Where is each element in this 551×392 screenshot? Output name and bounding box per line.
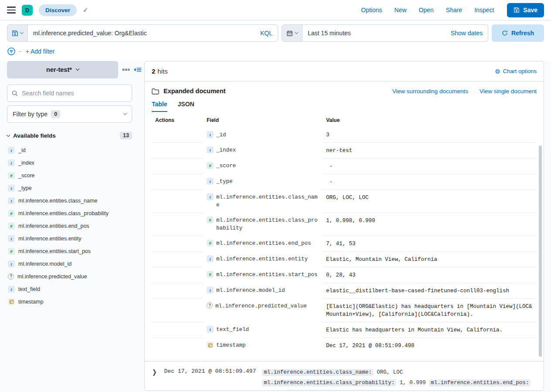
filter-menu-icon[interactable]	[7, 47, 16, 56]
menu-icon[interactable]	[7, 7, 16, 14]
row-field-value: Elastic, Mountain View, California	[323, 252, 537, 267]
saved-query-menu-button[interactable]	[7, 25, 28, 41]
row-actions-cell[interactable]	[152, 322, 203, 338]
sidebar-field-item[interactable]: timestamp	[7, 295, 142, 308]
chart-options-button[interactable]: ⚙ Chart options	[495, 68, 537, 74]
sidebar-field-item[interactable]: tml.inference.entities.class_name	[7, 194, 142, 207]
fields-sidebar: ner-test* Filter by type 0 Available fie…	[7, 61, 142, 392]
sidebar-field-item[interactable]: tml.inference.entities.entity	[7, 232, 142, 245]
filter-by-type-select[interactable]: Filter by type 0	[7, 105, 132, 123]
column-header-actions: Actions	[152, 113, 203, 127]
string-field-icon: t	[8, 260, 15, 267]
query-language-button[interactable]: KQL	[255, 30, 278, 37]
nav-new[interactable]: New	[395, 7, 407, 14]
source-field-badge: ml.inference.entities.end_pos:	[429, 379, 531, 386]
nav-share[interactable]: Share	[446, 7, 462, 14]
expand-document-chevron[interactable]: ❯	[150, 367, 159, 391]
field-name: ml.inference.entities.class_name	[18, 198, 97, 204]
nav-open[interactable]: Open	[419, 7, 434, 14]
breadcrumb-discover[interactable]: Discover	[39, 4, 77, 16]
sidebar-field-item[interactable]: #ml.inference.entities.class_probability	[7, 207, 142, 220]
sidebar-field-item[interactable]: t_index	[7, 156, 142, 169]
column-header-field: Field	[203, 113, 323, 127]
document-field-row: ttext_fieldElastic has headquarters in M…	[152, 322, 537, 338]
field-name: timestamp	[18, 299, 44, 305]
sidebar-field-item[interactable]: #_score	[7, 169, 142, 182]
view-surrounding-documents-link[interactable]: View surrounding documents	[392, 88, 468, 95]
row-field-cell: #ml.inference.entities.end_pos	[203, 236, 323, 251]
sidebar-field-item[interactable]: t_type	[7, 182, 142, 194]
number-field-icon: #	[207, 216, 214, 223]
row-actions-cell[interactable]	[152, 174, 203, 190]
search-icon	[12, 90, 18, 97]
row-field-name: ml.inference.entities.entity	[216, 255, 319, 263]
row-field-name: _index	[216, 146, 319, 154]
document-timestamp[interactable]: Dec 17, 2021 @ 08:51:09.497	[164, 367, 256, 391]
tab-table[interactable]: Table	[152, 101, 167, 112]
gear-icon: ⚙	[495, 68, 500, 74]
show-dates-button[interactable]: Show dates	[446, 30, 488, 37]
row-field-value: -	[323, 159, 537, 174]
sidebar-field-item[interactable]: #ml.inference.entities.start_pos	[7, 245, 142, 257]
date-quick-menu-button[interactable]	[282, 25, 303, 41]
row-field-cell: tml.inference.model_id	[203, 283, 323, 298]
filter-dash: –	[18, 48, 21, 54]
row-field-value: Elastic has headquarters in Mountain Vie…	[323, 322, 537, 338]
space-avatar[interactable]: D	[22, 5, 33, 16]
row-field-cell: #ml.inference.entities.start_pos	[203, 267, 323, 283]
string-field-icon: t	[207, 326, 214, 333]
sidebar-field-item[interactable]: t_id	[7, 144, 142, 156]
nav-inspect[interactable]: Inspect	[474, 7, 494, 14]
row-field-name: ml.inference.predicted_value	[215, 302, 318, 310]
sidebar-field-item[interactable]: tml.inference.model_id	[7, 257, 142, 270]
sidebar-field-item[interactable]: ?ml.inference.predicted_value	[7, 270, 142, 283]
row-actions-cell[interactable]	[152, 159, 203, 174]
row-actions-cell[interactable]	[152, 338, 203, 354]
number-field-icon: #	[8, 223, 15, 230]
time-range-value[interactable]: Last 15 minutes	[303, 30, 446, 37]
sidebar-field-item[interactable]: #ml.inference.entities.end_pos	[7, 220, 142, 232]
row-actions-cell[interactable]	[152, 267, 203, 283]
content-area: ner-test* Filter by type 0 Available fie…	[0, 61, 551, 392]
row-actions-cell[interactable]	[152, 283, 203, 299]
tab-json[interactable]: JSON	[178, 101, 194, 112]
available-fields-count: 13	[120, 132, 132, 139]
add-filter-button[interactable]: + Add filter	[26, 48, 55, 55]
field-name: _score	[18, 172, 35, 179]
available-fields-header[interactable]: Available fields 13	[7, 132, 132, 139]
sidebar-field-item[interactable]: ttext_field	[7, 283, 142, 295]
row-actions-cell[interactable]	[152, 213, 203, 236]
chevron-down-icon	[123, 112, 127, 115]
string-field-icon: t	[8, 147, 15, 154]
chevron-down-icon	[76, 67, 79, 71]
row-field-value: -	[323, 174, 537, 190]
row-actions-cell[interactable]	[152, 299, 203, 322]
row-field-name: _id	[216, 131, 319, 139]
nav-options[interactable]: Options	[361, 7, 382, 14]
document-source-summary[interactable]: ml.inference.entities.class_name: ORG, L…	[262, 367, 537, 391]
view-single-document-link[interactable]: View single document	[480, 88, 537, 95]
folder-icon	[152, 88, 159, 95]
row-actions-cell[interactable]	[152, 143, 203, 159]
search-query-input[interactable]	[28, 30, 255, 37]
row-actions-cell[interactable]	[152, 236, 203, 252]
index-pattern-switcher[interactable]: ner-test*	[7, 61, 118, 78]
row-actions-cell[interactable]	[152, 252, 203, 267]
vertical-scrollbar[interactable]	[539, 145, 542, 357]
source-field-value: 18, 49	[262, 390, 285, 391]
document-field-row: #ml.inference.entities.end_pos7, 41, 53	[152, 236, 537, 252]
row-field-name: _type	[216, 178, 319, 186]
unknown-field-icon: ?	[8, 274, 14, 280]
row-field-value: Dec 17, 2021 @ 08:51:09.498	[323, 338, 537, 354]
collapse-sidebar-icon[interactable]	[134, 66, 142, 73]
row-actions-cell[interactable]	[152, 127, 203, 143]
string-field-icon: t	[207, 255, 214, 262]
refresh-button[interactable]: Refresh	[492, 24, 544, 42]
chevron-down-icon	[20, 30, 24, 34]
field-settings-icon[interactable]	[122, 69, 129, 71]
document-field-table: Actions Field Value t_id3t_indexner-test…	[152, 113, 537, 353]
document-field-row: ?ml.inference.predicted_value[Elastic](O…	[152, 299, 537, 322]
save-button[interactable]: Save	[507, 3, 544, 17]
row-actions-cell[interactable]	[152, 190, 203, 213]
field-search-input[interactable]	[22, 90, 127, 97]
